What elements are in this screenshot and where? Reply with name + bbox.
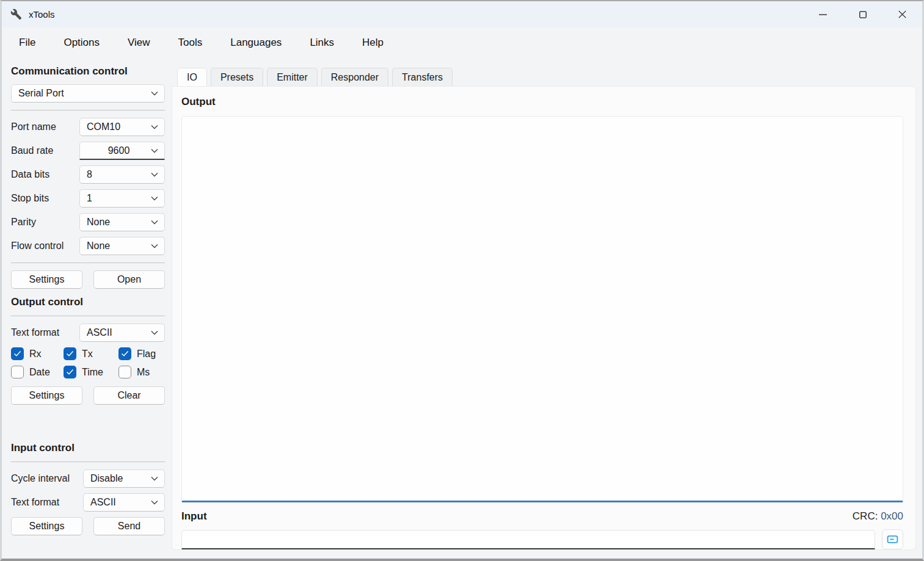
separator <box>11 110 165 110</box>
flow-control-label: Flow control <box>11 241 79 252</box>
parity-value: None <box>87 217 151 228</box>
chevron-down-icon <box>151 91 158 96</box>
menu-file[interactable]: File <box>19 37 35 49</box>
separator <box>11 262 165 263</box>
menu-help[interactable]: Help <box>362 37 384 49</box>
input-text-format-combobox[interactable]: ASCII <box>83 493 165 512</box>
data-bits-combobox[interactable]: 8 <box>79 165 165 184</box>
cycle-interval-value: Disable <box>90 473 151 484</box>
checkbox-flag-label: Flag <box>137 349 156 360</box>
app-window: xTools File Options View Tools Languages… <box>0 0 924 561</box>
checkbox-time[interactable]: Time <box>64 366 118 378</box>
baud-rate-combobox[interactable]: 9600 <box>79 142 165 160</box>
device-type-value: Serial Port <box>18 88 151 99</box>
minimize-button[interactable] <box>803 1 843 27</box>
parity-combobox[interactable]: None <box>79 213 165 231</box>
checkbox-date[interactable]: Date <box>11 366 64 378</box>
crc-display: CRC: 0x00 <box>853 510 903 523</box>
tab-presets[interactable]: Presets <box>211 68 263 86</box>
checkbox-unchecked-icon <box>11 366 24 378</box>
chevron-down-icon <box>151 172 158 177</box>
stop-bits-value: 1 <box>87 193 151 204</box>
chevron-down-icon <box>151 244 158 248</box>
output-text-format-combobox[interactable]: ASCII <box>79 324 165 342</box>
chevron-down-icon <box>151 330 158 335</box>
text-field-icon <box>886 533 899 546</box>
data-bits-label: Data bits <box>11 169 79 180</box>
checkbox-tx-label: Tx <box>82 349 93 360</box>
input-row <box>181 529 903 549</box>
input-format-button[interactable] <box>882 529 903 549</box>
input-heading: Input <box>181 510 207 523</box>
output-heading: Output <box>181 96 903 108</box>
tab-responder[interactable]: Responder <box>321 68 388 86</box>
checkbox-ms-label: Ms <box>137 367 150 378</box>
menubar: File Options View Tools Languages Links … <box>2 27 922 58</box>
data-bits-value: 8 <box>87 169 151 180</box>
output-settings-button[interactable]: Settings <box>11 386 82 405</box>
parity-label: Parity <box>11 217 79 228</box>
port-name-combobox[interactable]: COM10 <box>79 118 165 136</box>
menu-languages[interactable]: Languages <box>230 37 282 49</box>
stop-bits-combobox[interactable]: 1 <box>79 189 165 208</box>
baud-rate-value: 9600 <box>87 145 151 156</box>
main-area: IO Presets Emitter Responder Transfers O… <box>172 58 922 559</box>
close-icon <box>898 10 906 18</box>
window-title: xTools <box>29 9 55 20</box>
window-controls <box>803 1 922 27</box>
menu-view[interactable]: View <box>128 37 150 49</box>
flow-control-combobox[interactable]: None <box>79 237 165 255</box>
checkbox-ms[interactable]: Ms <box>118 366 165 378</box>
port-name-value: COM10 <box>87 121 151 132</box>
output-clear-button[interactable]: Clear <box>93 386 165 405</box>
port-name-label: Port name <box>11 121 79 132</box>
chevron-down-icon <box>151 500 158 505</box>
comm-settings-button[interactable]: Settings <box>11 270 82 289</box>
close-button[interactable] <box>882 1 922 27</box>
wrench-app-icon <box>10 9 23 21</box>
checkbox-checked-icon <box>64 347 76 360</box>
tabbar: IO Presets Emitter Responder Transfers <box>177 68 916 86</box>
menu-options[interactable]: Options <box>64 37 100 49</box>
chevron-down-icon <box>151 476 158 481</box>
chevron-down-icon <box>151 125 158 129</box>
checkbox-rx[interactable]: Rx <box>11 347 64 360</box>
checkbox-date-label: Date <box>29 367 50 378</box>
minimize-icon <box>819 14 827 15</box>
checkbox-tx[interactable]: Tx <box>64 347 118 360</box>
maximize-button[interactable] <box>843 1 882 27</box>
output-textarea[interactable] <box>181 116 903 502</box>
output-checkbox-grid: Rx Tx Flag Date Time <box>11 347 165 378</box>
menu-links[interactable]: Links <box>310 37 334 49</box>
input-settings-button[interactable]: Settings <box>11 517 82 535</box>
separator <box>11 316 165 316</box>
input-text-format-value: ASCII <box>90 497 151 508</box>
tab-transfers[interactable]: Transfers <box>392 68 453 86</box>
checkbox-checked-icon <box>118 347 131 360</box>
checkbox-time-label: Time <box>82 367 103 378</box>
input-send-button[interactable]: Send <box>93 517 165 535</box>
cycle-interval-label: Cycle interval <box>11 473 83 484</box>
menu-tools[interactable]: Tools <box>178 37 203 49</box>
crc-label: CRC: <box>853 510 878 522</box>
chevron-down-icon <box>151 220 158 225</box>
cycle-interval-combobox[interactable]: Disable <box>83 469 165 488</box>
checkbox-checked-icon <box>11 347 24 360</box>
crc-value: 0x00 <box>881 510 903 522</box>
output-control-title: Output control <box>11 296 165 308</box>
titlebar: xTools <box>2 1 922 27</box>
maximize-icon <box>859 11 867 18</box>
checkbox-rx-label: Rx <box>29 349 42 360</box>
input-text-format-label: Text format <box>11 497 83 508</box>
io-tab-panel: Output Input CRC: 0x00 <box>172 86 916 550</box>
checkbox-flag[interactable]: Flag <box>118 347 165 360</box>
input-field[interactable] <box>181 530 875 549</box>
tab-io[interactable]: IO <box>177 68 207 86</box>
tab-emitter[interactable]: Emitter <box>267 68 318 86</box>
device-type-combobox[interactable]: Serial Port <box>11 84 165 103</box>
separator <box>11 461 165 462</box>
communication-control-title: Communication control <box>11 65 165 78</box>
flow-control-value: None <box>87 241 151 252</box>
comm-open-button[interactable]: Open <box>93 270 165 289</box>
chevron-down-icon <box>151 196 158 201</box>
